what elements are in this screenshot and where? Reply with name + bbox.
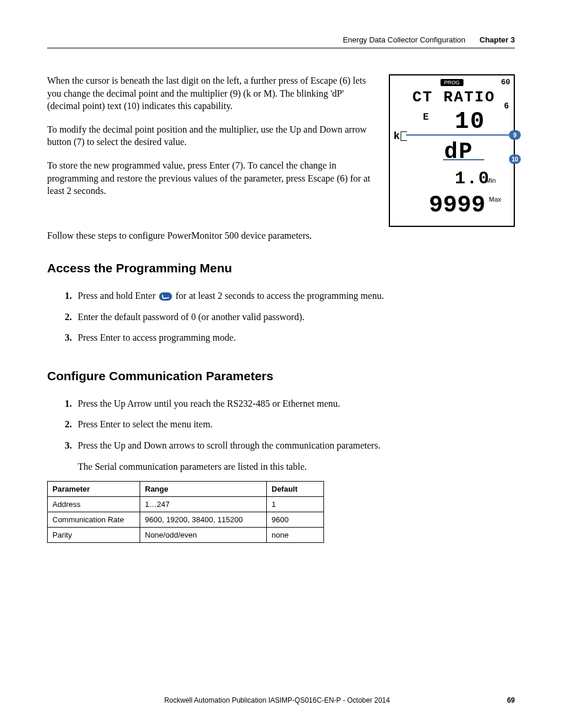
lcd-dp: dP — [444, 139, 474, 164]
publication-info: Rockwell Automation Publication IASIMP-Q… — [47, 696, 507, 704]
lcd-max-value: 9999 — [429, 192, 485, 219]
prog-step-1b: for at least 2 seconds to access the pro… — [176, 291, 384, 301]
lcd-k-multiplier: k — [394, 130, 400, 142]
lcd-e: E — [423, 112, 429, 123]
cell-address-range: 1…247 — [140, 497, 267, 512]
lcd-max-label: Max — [489, 196, 501, 203]
table-row: Address 1…247 1 — [48, 497, 324, 512]
cell-commrate-range: 9600, 19200, 38400, 115200 — [140, 512, 267, 528]
intro-paragraph-2: To modify the decimal point position and… — [47, 123, 377, 149]
serial-params-table: Parameter Range Default Address 1…247 1 … — [47, 481, 324, 543]
cell-address-default: 1 — [267, 497, 324, 512]
table-row: Communication Rate 9600, 19200, 38400, 1… — [48, 512, 324, 528]
lcd-padlock: 6 — [504, 101, 509, 111]
cell-commrate-default: 9600 — [267, 512, 324, 528]
lcd-min-value: 1.0 — [455, 169, 490, 189]
cell-parity-param: Parity — [48, 528, 140, 543]
comms-step-3-text: Press the Up and Down arrows to scroll t… — [78, 440, 381, 450]
enter-icon — [159, 292, 172, 301]
header-rule — [47, 48, 515, 48]
th-parameter: Parameter — [48, 482, 140, 497]
comms-step-1: Press the Up Arrow until you reach the R… — [74, 397, 515, 410]
lcd-callout-line-9 — [406, 134, 514, 136]
page-footer: Rockwell Automation Publication IASIMP-Q… — [47, 696, 515, 704]
callout-9: 9 — [509, 130, 521, 140]
table-row: Parity None/odd/even none — [48, 528, 324, 543]
callout-10: 10 — [509, 154, 521, 164]
comms-steps: Press the Up Arrow until you reach the R… — [47, 397, 515, 473]
cell-parity-range: None/odd/even — [140, 528, 267, 543]
lcd-min-label: Min — [485, 177, 496, 184]
cell-parity-default: none — [267, 528, 324, 543]
table-header-row: Parameter Range Default — [48, 482, 324, 497]
programming-steps: Press and hold Enter for at least 2 seco… — [47, 289, 515, 344]
lcd-main-value: 10 — [455, 108, 485, 135]
section-access-programming: Access the Programming Menu — [47, 261, 515, 275]
lcd-diagram: PROG 60 CT RATIO 6 E 10 k dP 1.0 Min 999… — [389, 74, 515, 227]
th-range: Range — [140, 482, 267, 497]
lcd-bracket — [401, 131, 407, 141]
comms-step-3-sub: The Serial communication parameters are … — [78, 460, 515, 473]
page-header: Energy Data Collector Configuration Chap… — [47, 35, 515, 44]
lcd-ct-ratio: CT RATIO — [412, 88, 495, 106]
prog-step-1a: Press and hold Enter — [78, 291, 158, 301]
intro-paragraph-1: When the cursor is beneath the last digi… — [47, 74, 377, 113]
th-default: Default — [267, 482, 324, 497]
cell-commrate-param: Communication Rate — [48, 512, 140, 528]
cell-address-param: Address — [48, 497, 140, 512]
comms-step-2: Press Enter to select the menu item. — [74, 418, 515, 431]
lcd-sixty: 60 — [501, 78, 510, 87]
comms-step-3: Press the Up and Down arrows to scroll t… — [74, 439, 515, 473]
section-configure-comms: Configure Communication Parameters — [47, 369, 515, 383]
prog-step-1: Press and hold Enter for at least 2 seco… — [74, 289, 515, 302]
intro-paragraph-3: To store the new programmed value, press… — [47, 159, 377, 197]
lcd-prog-indicator: PROG — [441, 79, 464, 86]
follow-steps: Follow these steps to configure PowerMon… — [47, 230, 515, 241]
doc-title: Energy Data Collector Configuration — [343, 35, 465, 44]
page-number: 69 — [507, 696, 515, 704]
prog-step-3: Press Enter to access programming mode. — [74, 331, 515, 344]
lcd-callout-line-10 — [443, 159, 484, 160]
prog-step-2: Enter the default password of 0 (or anot… — [74, 311, 515, 324]
chapter-label: Chapter 3 — [480, 35, 515, 44]
